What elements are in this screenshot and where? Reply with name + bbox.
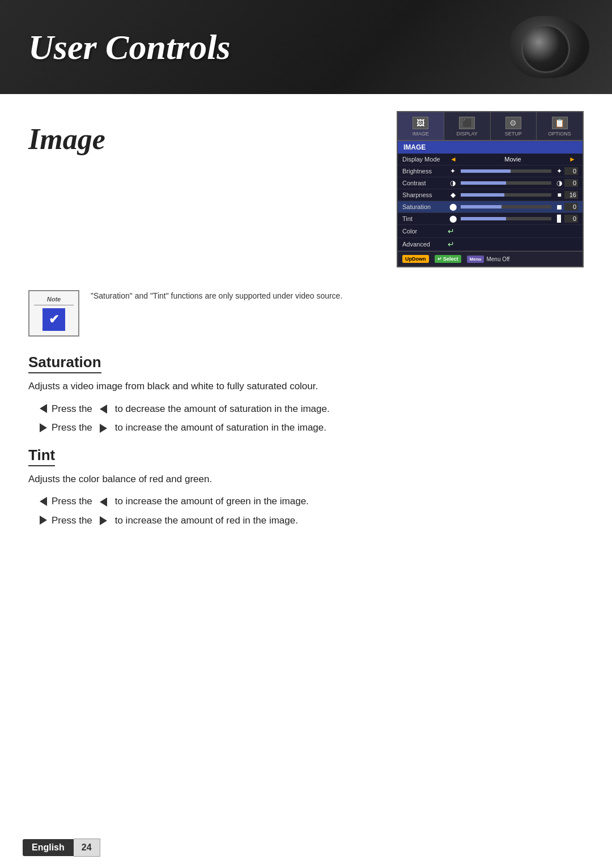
sharpness-right-icon: ■ [554, 191, 564, 199]
osd-tab-display-label: DISPLAY [456, 131, 477, 137]
saturation-bullet-2-text: Press the to increase the amount of satu… [52, 420, 326, 435]
osd-menu: 🖼 IMAGE ⬛ DISPLAY ⚙ SETUP 📋 OPTIONS [397, 111, 584, 267]
osd-tab-image[interactable]: 🖼 IMAGE [398, 112, 444, 140]
brightness-icon: ✦ [448, 167, 458, 175]
note-text: "Saturation" and "Tint" functions are on… [91, 290, 342, 302]
right-arrow-icon-1 [40, 423, 47, 432]
saturation-right-icon: ◼ [554, 203, 564, 211]
tint-bullet-2: Press the to increase the amount of red … [40, 513, 584, 528]
tint-bullets: Press the to increase the amount of gree… [40, 494, 584, 527]
osd-tab-setup[interactable]: ⚙ SETUP [491, 112, 537, 140]
tint-bullet-2-text: Press the to increase the amount of red … [52, 513, 298, 528]
left-arrow-icon-1 [40, 404, 47, 413]
right-arrow-icon-2 [40, 516, 47, 525]
osd-row-color[interactable]: Color ↵ [398, 225, 583, 238]
brightness-bar [461, 169, 551, 173]
tint-icon: ⬤ [448, 215, 458, 223]
image-section: Image 🖼 IMAGE ⬛ DISPLAY ⚙ SETUP [28, 111, 584, 267]
tint-title: Tint [28, 446, 55, 466]
saturation-bullet-1-text: Press the to decrease the amount of satu… [52, 402, 330, 416]
updown-btn: UpDown [402, 255, 429, 263]
contrast-value: 0 [564, 179, 578, 187]
display-tab-icon: ⬛ [459, 117, 475, 129]
saturation-bar [461, 205, 551, 209]
page-header: User Controls [0, 0, 612, 94]
setup-tab-icon: ⚙ [505, 117, 521, 129]
advanced-enter-icon: ↵ [448, 240, 454, 249]
tint-right-icon: ▊ [554, 215, 564, 223]
select-btn: ↵ Select [435, 255, 461, 263]
right-arrow-inline-2 [100, 516, 107, 525]
osd-row-tint[interactable]: Tint ⬤ ▊ 0 [398, 213, 583, 225]
osd-row-contrast[interactable]: Contrast ◑ ◑ 0 [398, 177, 583, 189]
osd-tab-options-label: OPTIONS [548, 131, 571, 137]
saturation-description: Adjusts a video image from black and whi… [28, 379, 584, 394]
sharpness-value: 16 [564, 191, 578, 199]
sharpness-icon: ◆ [448, 191, 458, 199]
osd-tab-options[interactable]: 📋 OPTIONS [537, 112, 583, 140]
tint-bar [461, 217, 551, 220]
osd-displaymode-value: Movie [459, 156, 567, 163]
saturation-section: Saturation Adjusts a video image from bl… [28, 354, 584, 435]
saturation-bullet-1: Press the to decrease the amount of satu… [40, 402, 584, 416]
left-arrow-icon-2 [40, 497, 47, 506]
osd-row-brightness[interactable]: Brightness ✦ ✦ 0 [398, 165, 583, 177]
osd-footer-select: ↵ Select [435, 255, 461, 263]
osd-tab-setup-label: SETUP [505, 131, 522, 137]
sharpness-bar [461, 193, 551, 197]
saturation-icon: ⬤ [448, 203, 458, 211]
tint-value: 0 [564, 215, 578, 223]
right-arrow-inline-1 [100, 424, 107, 433]
osd-brightness-label: Brightness [402, 168, 448, 175]
osd-tint-label: Tint [402, 215, 448, 222]
osd-tab-display[interactable]: ⬛ DISPLAY [444, 112, 491, 140]
footer-language: English [23, 839, 74, 856]
osd-row-advanced[interactable]: Advanced ↵ [398, 238, 583, 251]
osd-sharpness-label: Sharpness [402, 192, 448, 198]
main-content: Image 🖼 IMAGE ⬛ DISPLAY ⚙ SETUP [0, 94, 612, 561]
page-footer: English 24 [0, 839, 612, 857]
brightness-right-icon: ✦ [554, 167, 564, 175]
osd-saturation-label: Saturation [402, 203, 448, 210]
osd-contrast-label: Contrast [402, 180, 448, 186]
osd-advanced-label: Advanced [402, 241, 448, 248]
osd-displaymode-label: Display Mode [402, 156, 448, 163]
note-checkmark: ✔ [42, 308, 65, 331]
color-enter-icon: ↵ [448, 227, 454, 236]
osd-footer-updown: UpDown [402, 255, 429, 263]
left-arrow-inline-2 [100, 497, 107, 507]
contrast-icon: ◑ [448, 179, 458, 187]
camera-decoration [510, 16, 589, 78]
osd-section-header: IMAGE [398, 141, 583, 154]
osd-row-sharpness[interactable]: Sharpness ◆ ■ 16 [398, 189, 583, 201]
note-box: Note ✔ [28, 290, 79, 337]
osd-row-displaymode[interactable]: Display Mode ◄ Movie ► [398, 154, 583, 165]
menu-btn: Menu [467, 256, 484, 263]
saturation-bullet-2: Press the to increase the amount of satu… [40, 420, 584, 435]
contrast-bar [461, 181, 551, 185]
saturation-title: Saturation [28, 354, 101, 373]
tint-bullet-1: Press the to increase the amount of gree… [40, 494, 584, 509]
contrast-right-icon: ◑ [554, 179, 564, 187]
footer-page-number: 24 [74, 839, 100, 857]
menu-off-label: Menu Off [486, 256, 509, 262]
osd-tab-image-label: IMAGE [413, 131, 429, 137]
tint-section: Tint Adjusts the color balance of red an… [28, 446, 584, 528]
left-arrow-inline-1 [100, 405, 107, 414]
osd-displaymode-right-arrow: ► [567, 155, 578, 163]
osd-tabs: 🖼 IMAGE ⬛ DISPLAY ⚙ SETUP 📋 OPTIONS [398, 112, 583, 141]
osd-displaymode-left-arrow: ◄ [448, 155, 459, 163]
osd-color-label: Color [402, 228, 448, 235]
osd-footer: UpDown ↵ Select Menu Menu Off [398, 251, 583, 266]
saturation-value: 0 [564, 203, 578, 211]
image-label: Image [28, 111, 159, 156]
note-header: Note [34, 296, 74, 305]
tint-bullet-1-text: Press the to increase the amount of gree… [52, 494, 309, 509]
osd-menu-container: 🖼 IMAGE ⬛ DISPLAY ⚙ SETUP 📋 OPTIONS [397, 111, 584, 267]
tint-description: Adjusts the color balance of red and gre… [28, 472, 584, 487]
page-title: User Controls [28, 27, 231, 67]
osd-row-saturation[interactable]: Saturation ⬤ ◼ 0 [398, 201, 583, 213]
options-tab-icon: 📋 [552, 117, 568, 129]
osd-footer-menu: Menu Menu Off [467, 255, 510, 263]
note-section: Note ✔ "Saturation" and "Tint" functions… [28, 290, 584, 337]
